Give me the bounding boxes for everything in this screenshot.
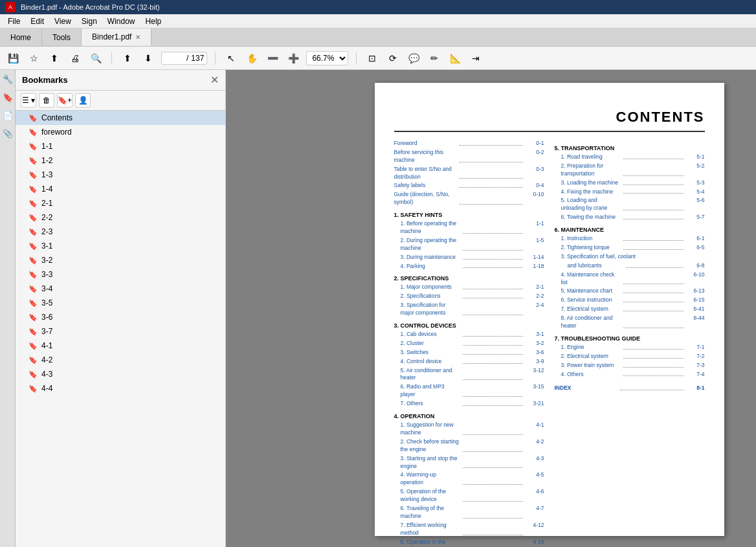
bookmark-icon-4-3: 🔖 (28, 370, 38, 379)
bookmark-item-3-3[interactable]: 🔖 3-3 (16, 267, 225, 282)
menu-window[interactable]: Window (102, 16, 140, 27)
menu-file[interactable]: File (3, 16, 25, 27)
toc-4-6[interactable]: 6. Traveling of the machine 4-7 (394, 505, 544, 520)
search-button[interactable]: 🔍 (88, 50, 104, 66)
bookmark-item-2-3[interactable]: 🔖 2-3 (16, 225, 225, 239)
toc-table-enter[interactable]: Table to enter S/No and distribution 0-3 (394, 166, 544, 181)
tab-home[interactable]: Home (0, 28, 42, 46)
toc-6-2[interactable]: 2. Tightening torque 6-5 (555, 244, 705, 252)
bookmark-item-3-5[interactable]: 🔖 3-5 (16, 296, 225, 310)
toc-5-6[interactable]: 6. Towing the machine 5-7 (555, 214, 705, 221)
bookmark-item-3-4[interactable]: 🔖 3-4 (16, 282, 225, 296)
toc-2-3[interactable]: 3. Specification for major components 2-… (394, 302, 544, 317)
bookmark-options-button[interactable]: ☰ ▾ (21, 93, 36, 107)
bookmark-item-4-4[interactable]: 🔖 4-4 (16, 381, 225, 396)
toc-section-1-header: 1. SAFETY HINTS (394, 212, 544, 218)
bookmark-item-4-2[interactable]: 🔖 4-2 (16, 353, 225, 367)
toc-guide[interactable]: Guide (direction, S/No, symbol) 0-10 (394, 191, 544, 207)
toc-guide-text: Guide (direction, S/No, symbol) (394, 191, 458, 207)
menu-edit[interactable]: Edit (25, 16, 49, 27)
bookmark-new-button[interactable]: 🔖+ (57, 93, 72, 107)
bookmark-item-3-6[interactable]: 🔖 3-6 (16, 310, 225, 324)
menu-help[interactable]: Help (140, 16, 167, 27)
more-tools-button[interactable]: ⇥ (468, 50, 484, 66)
highlight-button[interactable]: ✏ (427, 50, 442, 66)
toc-1-1[interactable]: 1. Before operating the machine 1-1 (394, 220, 544, 236)
bookmarks-icon[interactable]: 🔖 (1, 91, 14, 104)
page-up-button[interactable]: ⬆ (120, 50, 135, 66)
zoom-select[interactable]: 66.7% 50% 75% 100% 125% 150% (306, 51, 348, 65)
pdf-viewer[interactable]: CONTENTS Foreword 0-1 Before servicing t… (226, 70, 756, 547)
tools-icon[interactable]: 🔧 (1, 73, 14, 85)
attach-icon[interactable]: 📎 (1, 127, 14, 140)
side-icon-panel: 🔧 🔖 📄 📎 (0, 70, 16, 547)
tab-tools[interactable]: Tools (42, 28, 82, 46)
save-button[interactable]: 💾 (5, 50, 21, 66)
bookmark-item-1-3[interactable]: 🔖 1-3 (16, 168, 225, 182)
bookmark-icon-1-3: 🔖 (28, 171, 38, 179)
bookmark-icon-1-2: 🔖 (28, 157, 38, 165)
toc-3-7[interactable]: 7. Others 3-21 (394, 400, 544, 408)
bookmark-item-foreword[interactable]: 🔖 foreword (16, 125, 225, 139)
rotate-button[interactable]: ⟳ (385, 50, 401, 66)
toc-7-4[interactable]: 4. Others 7-4 (555, 371, 705, 379)
hand-tool-button[interactable]: ✋ (244, 50, 260, 66)
tab-document[interactable]: Binder1.pdf ✕ (82, 28, 151, 46)
bookmark-props-button[interactable]: 👤 (75, 93, 91, 107)
toc-4-1[interactable]: 1. Suggestion for new machine 4-1 (394, 421, 544, 437)
bookmark-item-4-1[interactable]: 🔖 4-1 (16, 339, 225, 353)
bookmark-item-1-4[interactable]: 🔖 1-4 (16, 182, 225, 196)
pages-icon[interactable]: 📄 (1, 109, 14, 122)
bookmark-item-3-7[interactable]: 🔖 3-7 (16, 324, 225, 339)
markup-button[interactable]: 📐 (447, 50, 463, 66)
toc-6-8[interactable]: 8. Air conditioner and heater 6-44 (555, 315, 705, 330)
bookmark-item-1-1[interactable]: 🔖 1-1 (16, 139, 225, 153)
toc-section-5-header: 5. TRANSPORTATION (555, 145, 705, 151)
bookmark-label-3-1: 3-1 (41, 241, 52, 251)
bookmark-item-contents[interactable]: 🔖 Contents (16, 111, 225, 125)
menu-sign[interactable]: Sign (76, 16, 102, 27)
toc-5-2[interactable]: 2. Preparation for transportation 5-2 (555, 162, 705, 178)
print-button[interactable]: 🖨 (67, 50, 83, 66)
toc-1-2[interactable]: 2. During operating the machine 1-5 (394, 237, 544, 252)
toc-3-6[interactable]: 6. Radio and MP3 player 3-15 (394, 383, 544, 399)
page-down-button[interactable]: ⬇ (140, 50, 156, 66)
toc-5-5[interactable]: 5. Loading and unloading by crane 5-6 (555, 197, 705, 212)
toc-4-7[interactable]: 7. Efficient working method 4-12 (394, 522, 544, 537)
toc-4-3[interactable]: 3. Starting and stop the engine 4-3 (394, 455, 544, 471)
toc-3-5[interactable]: 5. Air conditioner and heater 3-12 (394, 367, 544, 383)
zoom-in-button[interactable]: ➕ (285, 50, 301, 66)
fit-page-button[interactable]: ⊡ (364, 50, 380, 66)
toc-4-5[interactable]: 5. Operation of the working device 4-6 (394, 488, 544, 504)
toc-4-4[interactable]: 4. Warming-up operation 4-5 (394, 471, 544, 487)
toc-1-4[interactable]: 4. Parking 1-18 (394, 263, 544, 271)
select-tool-button[interactable]: ↖ (223, 50, 239, 66)
toc-4-8[interactable]: 8. Operation in the special work sites 4… (394, 539, 544, 547)
bookmark-item-4-3[interactable]: 🔖 4-3 (16, 367, 225, 381)
bookmark-delete-button[interactable]: 🗑 (39, 93, 54, 107)
contents-divider (394, 131, 705, 132)
bookmark-label-3-6: 3-6 (41, 313, 52, 322)
tab-close-icon[interactable]: ✕ (135, 34, 140, 41)
bookmark-item-2-2[interactable]: 🔖 2-2 (16, 210, 225, 225)
bookmark-item-3-1[interactable]: 🔖 3-1 (16, 239, 225, 253)
bookmark-item-3-2[interactable]: 🔖 3-2 (16, 253, 225, 267)
tab-document-label: Binder1.pdf (92, 32, 131, 41)
comment-button[interactable]: 💬 (406, 50, 421, 66)
bookmark-add-button[interactable]: ☆ (26, 50, 41, 66)
toc-before-servicing[interactable]: Before servicing this machine 0-2 (394, 149, 544, 164)
zoom-out-button[interactable]: ➖ (265, 50, 280, 66)
bookmark-item-2-1[interactable]: 🔖 2-1 (16, 196, 225, 210)
bookmark-list[interactable]: 🔖 Contents 🔖 foreword 🔖 1-1 🔖 1-2 🔖 (16, 111, 225, 547)
page-number-input[interactable]: 1 (164, 54, 184, 63)
toc-index[interactable]: INDEX 8-1 (555, 385, 705, 392)
menu-view[interactable]: View (49, 16, 76, 27)
toc-6-4[interactable]: 4. Maintenance check list 6-10 (555, 271, 705, 287)
bookmark-item-1-2[interactable]: 🔖 1-2 (16, 153, 225, 168)
toolbar: 💾 ☆ ⬆ 🖨 🔍 ⬆ ⬇ 1 / 137 ↖ ✋ ➖ ➕ 66.7% 50% … (0, 47, 756, 70)
bookmark-icon-3-3: 🔖 (28, 271, 38, 279)
share-button[interactable]: ⬆ (47, 50, 62, 66)
toc-4-2[interactable]: 2. Check before starting the engine 4-2 (394, 438, 544, 454)
toc-dots (460, 164, 523, 179)
panel-close-button[interactable]: ✕ (210, 74, 219, 86)
